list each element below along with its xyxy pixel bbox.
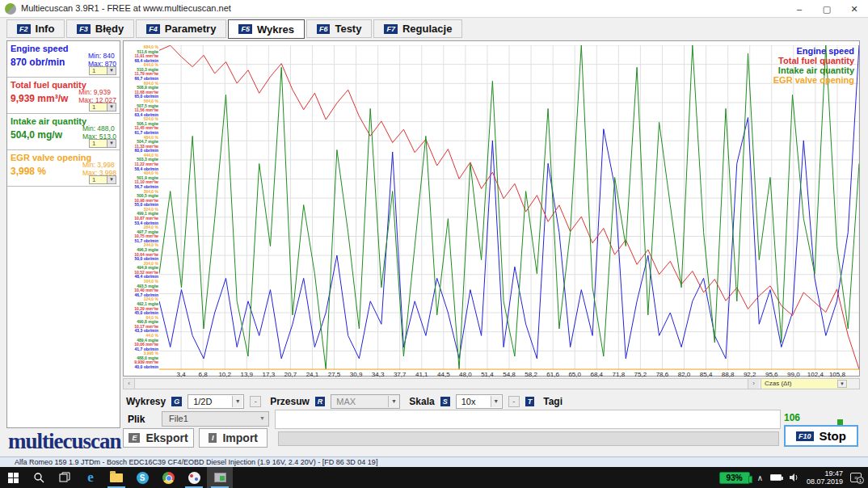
chevron-down-icon: ▼ <box>232 396 242 407</box>
tagi-label[interactable]: Tagi <box>543 396 563 407</box>
close-button[interactable]: ✕ <box>841 0 868 18</box>
scroll-left-icon[interactable]: ‹ <box>124 379 135 389</box>
tab-label: Info <box>36 23 55 35</box>
skype-button[interactable]: S <box>129 467 155 488</box>
chart-option-button-1[interactable]: - <box>250 396 261 407</box>
x-axis-tick-label: 20,7 <box>284 371 297 378</box>
fkey-badge: F3 <box>77 24 91 34</box>
chevron-down-icon: ▼ <box>257 413 268 425</box>
skala-select[interactable]: 10x▼ <box>456 394 503 409</box>
recording-indicator <box>837 419 843 425</box>
chevron-down-icon: ▼ <box>388 396 398 407</box>
fkey-badge: F4 <box>146 24 160 34</box>
edge-button[interactable]: e <box>78 467 103 488</box>
eksport-button[interactable]: E Eksport <box>123 428 194 448</box>
parameter-min-max: Min: 9,939Max: 12,027 <box>78 88 116 104</box>
notification-center-icon[interactable]: ≡1 <box>850 473 862 482</box>
channel-select[interactable]: 1▼ <box>89 139 116 148</box>
parameter-min-max: Min: 840Max: 870 <box>88 52 116 68</box>
speaker-icon[interactable] <box>789 473 799 482</box>
start-button[interactable] <box>0 467 26 488</box>
clock[interactable]: 19:47 08.07.2019 <box>807 469 843 486</box>
x-axis-tick-label: 82,0 <box>678 371 691 378</box>
tab-label: Testy <box>335 23 361 35</box>
tab-bar: F2InfoF3BłędyF4ParametryF5WykresF6TestyF… <box>6 19 462 39</box>
tab-label: Regulacje <box>402 23 452 35</box>
multiecuscan-icon <box>214 473 226 482</box>
file-explorer-button[interactable] <box>103 467 129 488</box>
x-axis-tick-label: 95,6 <box>765 371 778 378</box>
x-axis-tick-label: 48,0 <box>459 371 472 378</box>
tab-info[interactable]: F2Info <box>6 19 65 38</box>
fkey-badge: F6 <box>317 24 331 34</box>
przesuw-select[interactable]: MAX▼ <box>331 394 400 409</box>
y-axis-labels: 684,0 %511,6 mg/w11,91 mm³/w68,4 obr/min… <box>124 45 158 370</box>
file-select[interactable]: File1▼ <box>162 411 269 427</box>
x-axis-tick-label: 58,2 <box>525 371 537 378</box>
x-axis-tick-label: 44,5 <box>437 371 450 378</box>
x-axis-tick-label: 78,6 <box>656 371 669 378</box>
legend-item: Engine speed <box>773 46 854 56</box>
chart-plot-area[interactable] <box>159 45 859 370</box>
channel-select[interactable]: 1▼ <box>89 66 116 75</box>
x-axis-tick-label: 92,2 <box>744 371 756 378</box>
x-axis-selector[interactable]: Czas (Δt) ▼ <box>761 379 848 389</box>
tagi-key-badge: T <box>525 397 535 406</box>
x-axis-tick-label: 88,8 <box>722 371 735 378</box>
chevron-down-icon: ▼ <box>107 140 116 147</box>
chart-legend: Engine speedTotal fuel quantityIntake ai… <box>773 46 854 85</box>
x-axis-tick-label: 10,2 <box>218 371 231 378</box>
task-view-button[interactable] <box>52 467 78 488</box>
x-axis-tick-label: 51,4 <box>481 371 494 378</box>
x-axis-tick-label: 71,8 <box>613 371 626 378</box>
x-axis-tick-label: 24,1 <box>306 371 319 378</box>
channel-select[interactable]: 1▼ <box>89 175 116 184</box>
parameter-value: 870 obr/min <box>11 57 65 68</box>
chrome-icon <box>162 472 175 484</box>
battery-percent-badge[interactable]: 93% <box>719 472 750 484</box>
task-view-icon <box>59 472 70 483</box>
x-axis-tick-label: 54,8 <box>503 371 516 378</box>
windows-logo-icon <box>8 473 19 483</box>
search-button[interactable] <box>26 467 52 488</box>
scroll-right-icon[interactable]: › <box>748 379 759 389</box>
tab-parametry[interactable]: F4Parametry <box>136 19 226 38</box>
channel-select[interactable]: 1▼ <box>89 103 116 111</box>
message-box <box>275 410 781 429</box>
minimize-button[interactable]: – <box>786 0 813 18</box>
import-button[interactable]: I Import <box>199 428 268 448</box>
system-tray: 93% ∧ 19:47 08.07.2019 ≡1 <box>719 469 868 486</box>
title-bar: Multiecuscan 3.9R1 - FREE at www.multiec… <box>0 0 868 18</box>
tab-błędy[interactable]: F3Błędy <box>66 19 134 38</box>
folder-icon <box>110 473 123 482</box>
wykresy-label: Wykresy <box>126 396 166 407</box>
parameter-panel: Intake air quantity504,0 mg/wMin: 488,0M… <box>7 114 120 150</box>
x-axis-name: Czas (Δt) <box>765 380 791 387</box>
tab-regulacje[interactable]: F7Regulacje <box>373 19 462 38</box>
x-axis-tick-label: 17,3 <box>263 371 276 378</box>
tab-wykres[interactable]: F5Wykres <box>228 19 305 39</box>
maximize-button[interactable]: ▢ <box>813 0 841 18</box>
x-axis-tick-label: 13,9 <box>240 371 253 378</box>
parameter-panel: Engine speed870 obr/minMin: 840Max: 8701… <box>7 41 120 78</box>
tray-chevron-icon[interactable]: ∧ <box>757 473 763 482</box>
x-axis-tick-label: 41,1 <box>415 371 428 378</box>
chart-option-button-2[interactable]: - <box>508 396 520 407</box>
tab-testy[interactable]: F6Testy <box>306 19 373 38</box>
search-icon <box>33 472 44 483</box>
battery-icon[interactable] <box>770 474 782 481</box>
x-axis-tick-label: 75,2 <box>634 371 647 378</box>
x-axis-tick-label: 61,6 <box>546 371 559 378</box>
stop-button[interactable]: F10 Stop <box>784 425 858 447</box>
fkey-badge: F2 <box>17 24 31 34</box>
chart-scrollbar[interactable]: ‹ › Czas (Δt) ▼ <box>123 378 860 389</box>
wykresy-select[interactable]: 1/2D▼ <box>188 394 244 409</box>
paint-button[interactable] <box>181 467 207 488</box>
status-bar: Alfa Romeo 159 1.9 JTDm - Bosch EDC16C39… <box>0 456 868 467</box>
x-axis-tick-label: 85,4 <box>700 371 713 378</box>
chevron-down-icon: ▼ <box>491 396 501 407</box>
chrome-button[interactable] <box>155 467 181 488</box>
multiecuscan-taskbar-button[interactable] <box>207 467 233 488</box>
x-axis-tick-label: 99,0 <box>787 371 800 378</box>
fkey-badge: F7 <box>384 24 398 34</box>
